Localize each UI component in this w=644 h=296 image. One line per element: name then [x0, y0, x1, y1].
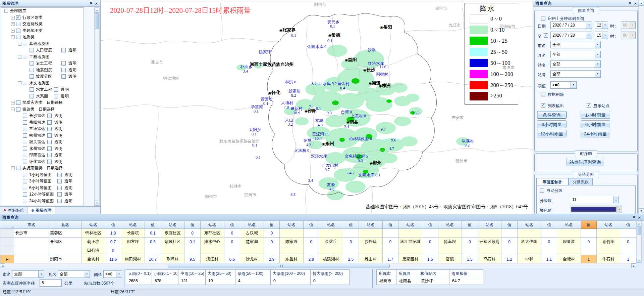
- cell-station[interactable]: [359, 229, 382, 238]
- transparent-checkbox[interactable]: [47, 133, 52, 138]
- cell-value[interactable]: 2.8: [303, 255, 319, 263]
- tree-item-地质灾害类[interactable]: +地质灾害类日期选择: [1, 99, 84, 106]
- cell-value[interactable]: [382, 246, 398, 255]
- cell-value[interactable]: 0.7: [105, 238, 121, 246]
- tree-item-雷达类[interactable]: -雷达类日期选择: [1, 106, 84, 113]
- cell-value[interactable]: [620, 229, 636, 238]
- hour-from-combo[interactable]: 12▼: [595, 22, 608, 29]
- tree-expander-icon[interactable]: -: [11, 35, 15, 39]
- grade-count-spinner[interactable]: 11 ▲▼: [570, 196, 619, 203]
- tree-item-长沙雷达[interactable]: 长沙雷达透明: [1, 113, 84, 119]
- col-value[interactable]: 值: [145, 221, 161, 229]
- cell-station[interactable]: 沙坪镇: [359, 238, 382, 246]
- cell-value[interactable]: [541, 246, 557, 255]
- data-cull-checkbox[interactable]: [541, 92, 545, 96]
- cell-value[interactable]: 1.1: [541, 255, 557, 263]
- cell-station[interactable]: [200, 246, 224, 255]
- tree-expander-icon[interactable]: +: [11, 29, 15, 33]
- tree-item-坡度分区[interactable]: 坡度分区透明: [1, 73, 84, 80]
- cell-station[interactable]: 长善垸: [121, 229, 145, 238]
- layer-checkbox[interactable]: [30, 87, 34, 92]
- row-selector[interactable]: [0, 238, 14, 246]
- layer-checkbox[interactable]: [30, 61, 34, 66]
- col-station[interactable]: 站名: [596, 221, 620, 229]
- cell-station[interactable]: [161, 246, 184, 255]
- cell-station[interactable]: [240, 246, 264, 255]
- cell-value[interactable]: 0: [264, 229, 280, 238]
- layer-checkbox[interactable]: [23, 160, 27, 164]
- cell-station[interactable]: 青竹湖: [596, 238, 620, 246]
- col-station[interactable]: 站名: [557, 221, 581, 229]
- col-value[interactable]: 值: [501, 221, 518, 229]
- cell-station[interactable]: [359, 246, 382, 255]
- col-station[interactable]: 站名: [82, 221, 105, 229]
- col-station[interactable]: 站名: [517, 221, 541, 229]
- scrollbar-thumb[interactable]: [95, 13, 99, 29]
- scroll-down-icon[interactable]: ▼: [95, 201, 99, 206]
- scroll-down-icon[interactable]: ▼: [639, 208, 644, 213]
- layer-checkbox[interactable]: [23, 192, 27, 197]
- ten-minute-checkbox[interactable]: [541, 16, 545, 20]
- cell-value[interactable]: 11.6: [105, 255, 121, 263]
- cell-value[interactable]: [462, 229, 478, 238]
- layer-checkbox[interactable]: [23, 120, 27, 125]
- tree-item-交通路线类[interactable]: +交通路线类: [1, 21, 84, 28]
- transparent-checkbox[interactable]: [57, 186, 62, 190]
- cell-station[interactable]: 官渡: [438, 255, 462, 263]
- transparent-checkbox[interactable]: [47, 120, 52, 125]
- col-county[interactable]: 县名: [49, 221, 82, 229]
- auto-grade-checkbox[interactable]: [540, 188, 544, 193]
- layer-checkbox[interactable]: [23, 153, 27, 157]
- transparent-checkbox[interactable]: [47, 127, 52, 131]
- county-combo[interactable]: 全部▼: [550, 51, 601, 58]
- cell-station[interactable]: 雅山村: [359, 255, 382, 263]
- list-output-checkbox[interactable]: [541, 103, 545, 108]
- transparent-checkbox[interactable]: [61, 48, 66, 52]
- cell-value[interactable]: 0: [105, 246, 121, 255]
- date-select-link[interactable]: 日期选择: [47, 165, 63, 171]
- transparent-checkbox[interactable]: [57, 192, 62, 197]
- layer-checkbox[interactable]: [16, 107, 20, 112]
- button-1小时雨量[interactable]: 1小时雨量: [581, 111, 610, 119]
- row-selector[interactable]: [0, 246, 14, 255]
- tree-expander-icon[interactable]: -: [18, 55, 21, 59]
- cell-value[interactable]: 6.6: [224, 255, 240, 263]
- transparent-checkbox[interactable]: [47, 114, 52, 118]
- cell-value[interactable]: [184, 246, 201, 255]
- cell-value[interactable]: 0: [224, 238, 240, 246]
- cell-value[interactable]: 0: [382, 238, 398, 246]
- tree-item-24小时等值图[interactable]: 24小时等值图透明: [1, 198, 84, 205]
- table-row[interactable]: 田心港0: [0, 246, 636, 255]
- tree-item-韶关雷达[interactable]: 韶关雷达透明: [1, 139, 84, 145]
- layer-checkbox[interactable]: [23, 146, 27, 151]
- cell-station[interactable]: 乌石村: [478, 255, 501, 263]
- col-station[interactable]: 站名: [121, 221, 145, 229]
- cell-value[interactable]: [343, 229, 359, 238]
- cell-value[interactable]: [581, 229, 596, 238]
- col-station[interactable]: 站名: [200, 221, 224, 229]
- tree-expander-icon[interactable]: -: [18, 81, 21, 85]
- table-row[interactable]: ▶浏阳市金坑村11.6梅田湖村10.7荆坪村9.5溪江村6.6沙龙村2.9东盈村…: [0, 255, 636, 263]
- tree-item-怀化雷达[interactable]: 怀化雷达透明: [1, 159, 84, 165]
- tree-item-地质类[interactable]: -地质类: [1, 34, 84, 41]
- col-value[interactable]: 值: [224, 221, 240, 229]
- tree-item-3小时等值图[interactable]: 3小时等值图透明: [1, 178, 84, 185]
- close-icon[interactable]: ×: [638, 215, 641, 220]
- tree-item-专题地图类[interactable]: +专题地图类: [1, 28, 84, 34]
- tree-expander-icon[interactable]: -: [18, 42, 21, 46]
- layer-checkbox[interactable]: [16, 15, 20, 20]
- threshold-filter-combo[interactable]: >=0▼: [103, 270, 122, 278]
- col-value[interactable]: 值: [343, 221, 359, 229]
- col-value[interactable]: 值: [422, 221, 438, 229]
- cell-value[interactable]: [462, 246, 478, 255]
- tab-图层管理[interactable]: ⊕图层管理: [28, 207, 55, 214]
- transparent-checkbox[interactable]: [47, 153, 52, 157]
- cell-station[interactable]: 金坑村: [82, 255, 105, 263]
- tree-item-地震烈度[interactable]: 地震烈度透明: [1, 67, 84, 74]
- scroll-up-icon[interactable]: ▲: [95, 8, 99, 13]
- col-station[interactable]: 站名: [478, 221, 501, 229]
- cell-station[interactable]: 东郡社区: [200, 229, 224, 238]
- layer-checkbox[interactable]: [23, 173, 27, 177]
- col-value[interactable]: 值: [105, 221, 121, 229]
- tree-item-12小时等值图[interactable]: 12小时等值图透明: [1, 191, 84, 198]
